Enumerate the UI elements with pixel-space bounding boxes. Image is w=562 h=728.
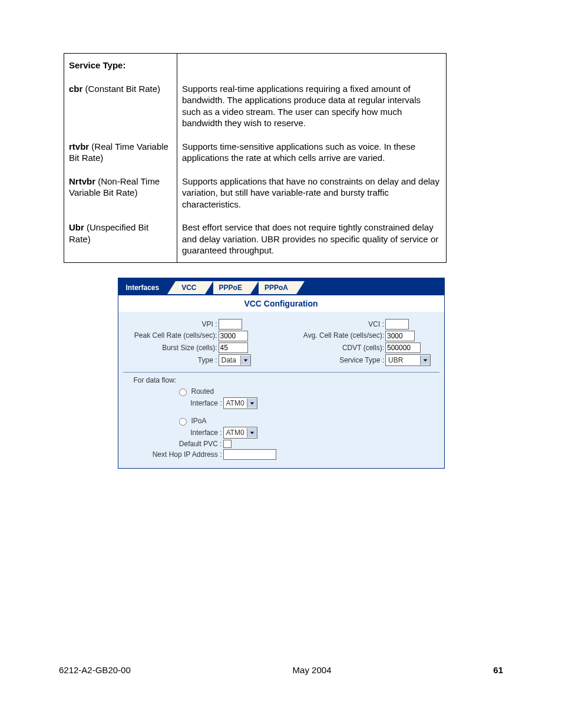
peak-rate-input[interactable] (219, 331, 248, 341)
routed-interface-label: Interface : (123, 399, 223, 407)
tab-vcc[interactable]: VCC (176, 281, 204, 294)
service-type-table: Service Type: cbr (Constant Bit Rate) Su… (64, 53, 447, 263)
tab-interfaces[interactable]: Interfaces (120, 281, 168, 294)
data-flow-label: For data flow: (123, 376, 439, 384)
routed-label: Routed (191, 387, 214, 396)
service-type-select[interactable]: UBR (385, 354, 431, 366)
vpi-input[interactable] (219, 319, 242, 330)
chevron-down-icon (420, 355, 430, 365)
avg-rate-label: Avg. Cell Rate (cells/sec): (281, 332, 385, 340)
next-hop-label: Next Hop IP Address : (123, 450, 223, 459)
tab-pppoa[interactable]: PPPoA (259, 281, 296, 294)
vcc-config-panel: Interfaces VCC PPPoE PPPoA VCC Configura… (118, 278, 445, 469)
avg-rate-input[interactable] (385, 331, 415, 341)
doc-date: May 2004 (293, 665, 332, 675)
burst-size-input[interactable] (219, 342, 248, 353)
cdvt-input[interactable] (385, 342, 421, 353)
page-footer: 6212-A2-GB20-00 May 2004 61 (59, 665, 503, 675)
vci-label: VCI : (281, 320, 385, 328)
ipoa-interface-select[interactable]: ATM0 (223, 427, 257, 439)
svg-marker-1 (424, 359, 427, 361)
service-type-label: Service Type : (281, 356, 385, 364)
burst-size-label: Burst Size (cells): (123, 344, 219, 352)
table-cell: Best effort service that does not requir… (177, 216, 447, 262)
table-cell: Supports time-sensitive applications suc… (177, 135, 447, 170)
chevron-down-icon (247, 398, 257, 408)
table-row: rtvbr (Real Time Variable Bit Rate) (64, 135, 177, 170)
routed-radio[interactable] (179, 388, 187, 396)
tab-pppoe[interactable]: PPPoE (213, 281, 250, 294)
vci-input[interactable] (385, 319, 409, 330)
ipoa-interface-label: Interface : (123, 429, 223, 437)
vpi-label: VPI : (123, 320, 219, 328)
type-select[interactable]: Data (219, 354, 251, 366)
default-pvc-label: Default PVC : (123, 440, 223, 448)
doc-id: 6212-A2-GB20-00 (59, 665, 131, 675)
svg-marker-3 (250, 431, 253, 434)
routed-interface-select[interactable]: ATM0 (223, 397, 257, 409)
default-pvc-checkbox[interactable] (223, 440, 232, 448)
page-number: 61 (493, 665, 503, 675)
tab-bar: Interfaces VCC PPPoE PPPoA (118, 278, 445, 294)
table-cell: Supports applications that have no const… (177, 170, 447, 216)
service-type-heading: Service Type: (64, 54, 177, 77)
table-row: Ubr (Unspecified Bit Rate) (64, 216, 177, 262)
table-row: cbr (Constant Bit Rate) (64, 77, 177, 135)
peak-rate-label: Peak Cell Rate (cells/sec): (123, 332, 219, 340)
ipoa-radio[interactable] (179, 418, 187, 426)
next-hop-input[interactable] (223, 449, 276, 460)
cdvt-label: CDVT (cells): (281, 344, 385, 352)
chevron-down-icon (247, 428, 257, 437)
vcc-title: VCC Configuration (118, 294, 444, 312)
table-cell: Supports real-time applications requirin… (177, 77, 447, 135)
type-label: Type : (123, 356, 219, 364)
svg-marker-0 (243, 359, 247, 361)
chevron-down-icon (240, 355, 250, 365)
svg-marker-2 (250, 402, 253, 404)
table-row: Nrtvbr (Non-Real Time Variable Bit Rate) (64, 170, 177, 216)
ipoa-label: IPoA (191, 417, 207, 425)
